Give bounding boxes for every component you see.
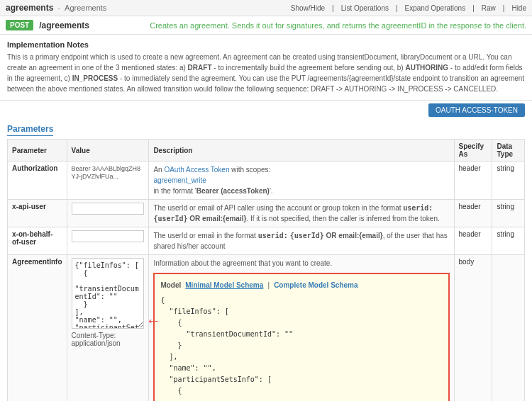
agreement-write-link[interactable]: agreement_write [153,176,206,184]
hide-link[interactable]: Hide [511,4,526,12]
post-badge[interactable]: POST [6,20,33,30]
endpoint-description: Creates an agreement. Sends it out for s… [150,21,526,30]
oauth-access-token-link[interactable]: OAuth Access Token [164,166,229,174]
parameters-title: Parameters [7,124,53,136]
minimal-model-schema-link[interactable]: Minimal Model Schema [185,280,263,290]
param-desc-authorization: An OAuth Access Token with scopes: agree… [149,162,454,200]
separator: - [57,4,60,12]
model-popup-header: Model Minimal Model Schema | Complete Mo… [160,280,442,290]
table-row: x-api-user The userId or email of API ca… [8,200,525,227]
endpoint-path: /agreements [39,21,89,30]
raw-link[interactable]: Raw [482,4,496,12]
param-type-authorization: string [492,162,525,200]
param-specify-authorization: header [454,162,492,200]
complete-model-schema-link[interactable]: Complete Model Schema [274,280,358,290]
param-value-agreementinfo: {"fileInfos": [ { "transientDocumentId":… [67,255,149,402]
parameters-section: Parameters Parameter Value Description S… [0,120,532,401]
model-json-content: { "fileInfos": [ { "transientDocumentId"… [160,295,442,397]
content-type: Content-Type: application/json [72,332,145,347]
param-type-xonbehalf: string [492,227,525,255]
implementation-notes: Implementation Notes This is a primary e… [0,35,532,101]
col-specify-as: Specify As [454,140,492,162]
parameters-table: Parameter Value Description Specify As D… [7,139,525,401]
section-name: Agreements [65,4,106,12]
table-row: Authorization Bearer 3AAABLblgqZH8YJ-jDV… [8,162,525,200]
model-popup: Model Minimal Model Schema | Complete Mo… [153,273,449,401]
param-value-xonbehalf[interactable] [67,227,149,255]
param-desc-xonbehalf: The userId or email in the format userid… [149,227,454,255]
param-value-authorization: Bearer 3AAABLblgqZH8YJ-jDVZlvlFUa... [67,162,149,200]
in-process-highlight: IN_PROCESS [72,74,118,82]
app-name: agreements [6,3,53,13]
param-type-xapiuser: string [492,200,525,227]
arrow-icon: ← [145,312,161,330]
param-name-xonbehalf: x-on-behalf-of-user [8,227,67,255]
table-header-row: Parameter Value Description Specify As D… [8,140,525,162]
param-name-authorization: Authorization [8,162,67,200]
param-type-agreementinfo [492,255,525,402]
param-desc-xapiuser: The userId or email of API caller using … [149,200,454,227]
xapiuser-input[interactable] [72,203,145,215]
oauth-button[interactable]: OAUTH ACCESS-TOKEN [428,103,525,117]
model-label: Model [160,280,181,290]
col-data-type: Data Type [492,140,525,162]
xonbehalf-input[interactable] [72,230,145,242]
expand-operations-link[interactable]: Expand Operations [405,4,466,12]
agreementinfo-textarea[interactable]: {"fileInfos": [ { "transientDocumentId":… [72,258,145,329]
table-row: AgreementInfo {"fileInfos": [ { "transie… [8,255,525,402]
param-specify-xapiuser: header [454,200,492,227]
param-specify-xonbehalf: header [454,227,492,255]
param-value-xapiuser[interactable] [67,200,149,227]
col-value: Value [67,140,149,162]
param-name-agreementinfo: AgreementInfo [8,255,67,402]
draft-highlight: DRAFT [188,64,212,72]
top-bar-left: agreements - Agreements [6,3,106,13]
col-parameter: Parameter [8,140,67,162]
param-desc-agreementinfo: Information about the agreement that you… [149,255,454,402]
top-bar-links: Show/Hide | List Operations | Expand Ope… [291,4,526,12]
post-bar: POST /agreements Creates an agreement. S… [0,16,532,35]
table-row: x-on-behalf-of-user The userId or email … [8,227,525,255]
col-description: Description [149,140,454,162]
top-bar: agreements - Agreements Show/Hide | List… [0,0,532,16]
show-hide-link[interactable]: Show/Hide [291,4,325,12]
oauth-btn-row: OAUTH ACCESS-TOKEN [0,101,532,120]
impl-text: This is a primary endpoint which is used… [7,52,525,94]
param-specify-agreementinfo: body [454,255,492,402]
agreementinfo-desc: Information about the agreement that you… [153,258,449,269]
param-name-xapiuser: x-api-user [8,200,67,227]
authoring-highlight: AUTHORING [405,64,448,72]
list-operations-link[interactable]: List Operations [341,4,389,12]
impl-title: Implementation Notes [7,40,525,49]
